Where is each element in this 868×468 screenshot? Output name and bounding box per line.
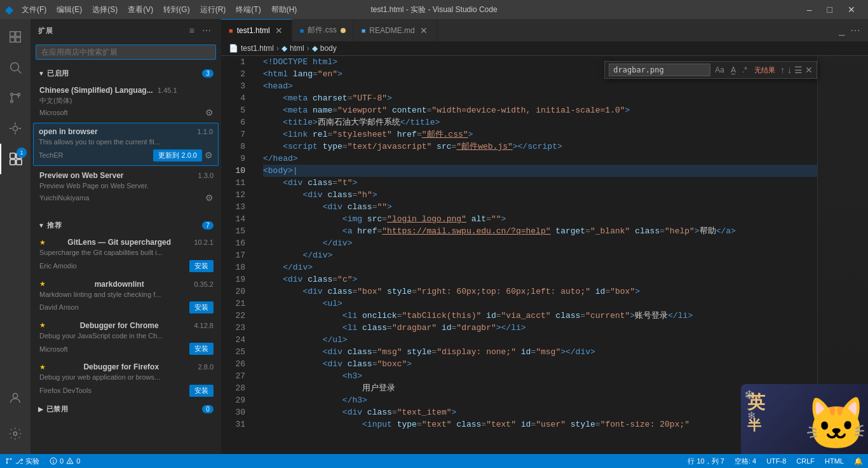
section-installed-header[interactable]: ▼ 已启用 3: [31, 65, 221, 82]
status-spaces[interactable]: 空格: 4: [729, 454, 761, 468]
menu-item[interactable]: 查看(V): [124, 3, 157, 17]
gear-icon[interactable]: ⚙: [205, 107, 214, 118]
extension-search-input[interactable]: [36, 45, 216, 60]
breadcrumb-body[interactable]: ◆ body: [312, 44, 337, 53]
tab-test1html[interactable]: ■ test1.html ✕: [221, 19, 292, 41]
breadcrumb-file[interactable]: 📄 test1.html: [229, 44, 274, 53]
svg-rect-2: [10, 38, 15, 42]
ext-desc: Debug your web application or brows...: [39, 373, 214, 382]
status-encoding[interactable]: UTF-8: [761, 454, 791, 468]
activity-extensions[interactable]: 1: [0, 144, 31, 174]
sidebar-more-icon[interactable]: ⋯: [200, 24, 214, 37]
gear-icon[interactable]: ⚙: [205, 150, 213, 160]
menu-item[interactable]: 转到(G): [159, 3, 193, 17]
find-next-button[interactable]: ↓: [787, 65, 792, 75]
status-errors[interactable]: 0 0: [44, 454, 85, 468]
ext-author: Firefox DevTools: [39, 387, 92, 394]
status-language[interactable]: HTML: [820, 454, 849, 468]
code-line: </div>: [263, 237, 817, 249]
status-line-col[interactable]: 行 10，列 7: [682, 454, 729, 468]
menu-item[interactable]: 帮助(H): [268, 3, 301, 17]
line-number: 28: [234, 382, 245, 394]
install-button[interactable]: 安装: [189, 385, 214, 397]
install-button[interactable]: 安装: [189, 301, 214, 313]
tab-close-button[interactable]: ✕: [274, 25, 284, 36]
ext-author: David Anson: [39, 303, 79, 311]
activity-git[interactable]: [0, 83, 31, 113]
find-input[interactable]: [609, 64, 710, 76]
find-list-button[interactable]: ☰: [794, 65, 803, 75]
code-content[interactable]: <!DOCTYPE html><html lang="en"><head> <m…: [253, 56, 817, 454]
maximize-button[interactable]: □: [820, 2, 840, 17]
activity-debug[interactable]: [0, 113, 31, 144]
ext-author: YuichiNukiyama: [39, 194, 89, 202]
title-bar-menu: 文件(F)编辑(E)选择(S)查看(V)转到(G)运行(R)终端(T)帮助(H): [18, 3, 301, 17]
tab-readme[interactable]: ■ README.md ✕: [354, 19, 437, 41]
more-actions-button[interactable]: ⋯: [848, 22, 863, 39]
sidebar-header: 扩展 ≡ ⋯: [31, 19, 221, 42]
code-line: 用户登录: [263, 382, 817, 394]
install-button[interactable]: 安装: [189, 343, 214, 355]
extension-item-debugger-firefox[interactable]: ★ Debugger for Firefox 2.8.0 Debug your …: [31, 359, 221, 400]
ext-author: TechER: [39, 151, 64, 159]
tab-close-button[interactable]: ✕: [419, 25, 429, 36]
activity-account[interactable]: [0, 383, 31, 413]
menu-item[interactable]: 选择(S): [88, 3, 121, 17]
install-button[interactable]: 安装: [189, 260, 214, 272]
menu-item[interactable]: 编辑(E): [53, 3, 86, 17]
sidebar-filter-icon[interactable]: ≡: [187, 24, 197, 37]
activity-explorer[interactable]: [0, 22, 31, 52]
find-match-case[interactable]: Aa: [713, 64, 726, 76]
gear-icon[interactable]: ⚙: [205, 193, 214, 203]
extension-item-markdownlint[interactable]: ★ markdownlint 0.35.2 Markdown linting a…: [31, 276, 221, 317]
tab-icon-md: ■: [362, 27, 366, 34]
deco-text-zh: 半: [747, 416, 761, 435]
code-line: <div class="">: [263, 201, 817, 213]
code-line: <title>西南石油大学邮件系统</title>: [263, 116, 817, 128]
breadcrumb-html[interactable]: ◆ html: [281, 44, 304, 53]
ext-desc: Supercharge the Git capabilities built i…: [39, 248, 214, 258]
extension-item-preview-server[interactable]: Preview on Web Server 1.3.0 Preview Web …: [31, 167, 221, 207]
extension-item-debugger-chrome[interactable]: ★ Debugger for Chrome 4.12.8 Debug your …: [31, 317, 221, 359]
find-widget: Aa A̲ .* 无结果 ↑ ↓ ☰ ✕: [604, 61, 817, 79]
activity-search[interactable]: [0, 52, 31, 83]
status-git[interactable]: ⎇ 实验: [0, 454, 44, 468]
menu-item[interactable]: 运行(R): [196, 3, 230, 17]
tab-css[interactable]: ■ 邮件.css: [292, 19, 354, 41]
tab-label: 邮件.css: [308, 25, 336, 36]
svg-point-11: [13, 126, 17, 130]
section-recommended-header[interactable]: ▼ 推荐 7: [31, 217, 221, 234]
close-button[interactable]: ✕: [840, 2, 863, 17]
split-editor-button[interactable]: ⎯: [836, 22, 848, 39]
code-line: <h3>: [263, 370, 817, 382]
find-prev-button[interactable]: ↑: [780, 65, 785, 75]
line-number: 2: [234, 68, 245, 80]
find-whole-word[interactable]: A̲: [729, 64, 738, 76]
body-tag-icon: ◆: [312, 44, 318, 53]
find-regex[interactable]: .*: [740, 64, 749, 76]
extension-item-gitlens[interactable]: ★ GitLens — Git supercharged 10.2.1 Supe…: [31, 234, 221, 275]
warning-count: 0: [76, 457, 80, 465]
tab-label: README.md: [369, 26, 414, 35]
menu-item[interactable]: 终端(T): [232, 3, 264, 17]
minimize-button[interactable]: –: [799, 2, 820, 17]
extension-item-chinese[interactable]: Chinese (Simplified) Languag... 1.45.1 中…: [31, 82, 221, 121]
find-close-button[interactable]: ✕: [805, 65, 813, 75]
activity-settings[interactable]: [0, 418, 31, 449]
menu-item[interactable]: 文件(F): [18, 3, 50, 17]
update-button[interactable]: 更新到 2.0.0: [153, 149, 202, 162]
section-disabled-header[interactable]: ▶ 已禁用 0: [31, 401, 221, 418]
extension-item-open-in-browser[interactable]: open in browser 1.1.0 This allows you to…: [33, 123, 219, 165]
html-tag-icon: ◆: [281, 44, 287, 53]
ext-name-row: ★ GitLens — Git supercharged 10.2.1: [39, 238, 214, 247]
svg-point-25: [53, 462, 54, 463]
line-number: 14: [234, 213, 245, 225]
status-feedback[interactable]: 🔔: [849, 454, 868, 468]
line-number: 25: [234, 346, 245, 358]
section-recommended-label: ▼ 推荐: [38, 221, 62, 230]
status-line-ending[interactable]: CRLF: [791, 454, 820, 468]
svg-point-16: [13, 394, 17, 398]
ext-desc: Debug your JavaScript code in the Ch...: [39, 331, 214, 341]
search-box: [36, 45, 216, 60]
svg-point-6: [11, 93, 13, 96]
